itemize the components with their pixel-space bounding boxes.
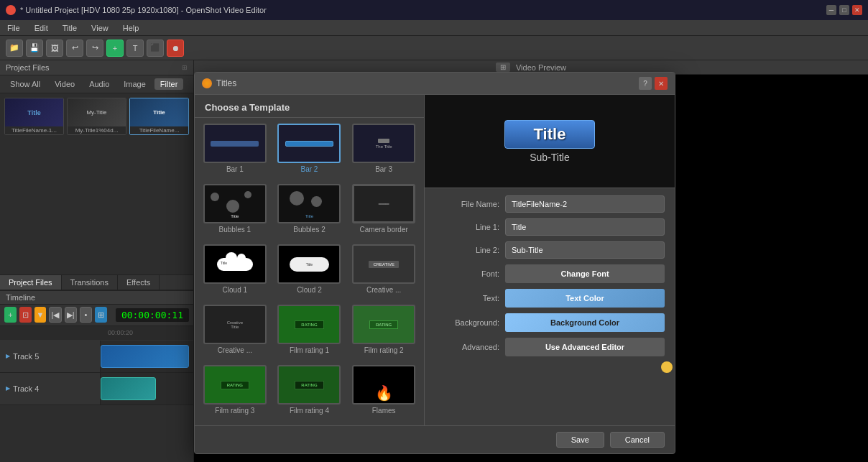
creative-text: CREATIVE [369,261,399,268]
template-thumbnail: Title [277,184,341,223]
track-content[interactable] [101,373,193,405]
file-name: TitleFileName... [130,126,188,134]
record-btn[interactable]: ⏺ [167,40,184,57]
video-preview-label: Video Preview [516,63,566,72]
tab-image[interactable]: Image [118,78,152,90]
bubble-shape [211,193,219,201]
maximize-btn[interactable]: □ [839,5,849,15]
save-btn[interactable]: 💾 [26,40,43,57]
tab-effects[interactable]: Effects [118,275,160,290]
next-btn[interactable]: ▶| [65,307,77,323]
cloud2-shape: Title [290,257,329,272]
template-item[interactable]: Bar 1 [200,124,269,178]
field-row-filename: File Name: [435,195,665,213]
dialog-title-area: Titles [202,78,236,88]
dialog-controls: ? ✕ [639,77,668,90]
snap-btn[interactable]: ⊡ [19,307,32,323]
list-item[interactable]: Title TitleFileName... [129,98,189,135]
black-btn[interactable]: ⬛ [147,40,164,57]
template-item[interactable]: The Title Bar 3 [349,124,418,178]
field-input-filename[interactable] [505,195,665,213]
track-content[interactable] [101,341,193,372]
preview-subtitle: Sub-Title [530,152,570,163]
template-name: Bubbles 1 [219,226,251,234]
save-button[interactable]: Save [556,432,604,448]
field-input-line2[interactable] [505,241,665,259]
menu-title[interactable]: Title [60,22,80,34]
bar-shape [285,141,333,147]
add-track-btn[interactable]: + [4,307,17,323]
template-item[interactable]: Title Cloud 1 [200,244,269,299]
menu-file[interactable]: File [4,22,23,34]
template-thumbnail: CREATIVE [352,244,415,284]
template-item[interactable]: ═══ Camera border [349,184,418,239]
template-item[interactable]: RATING Film rating 2 [349,305,418,359]
track-label: ▶ Track 5 [0,341,101,372]
field-row-background: Background: Background Color [435,313,665,332]
tab-transitions[interactable]: Transitions [62,275,118,290]
editor-fields: File Name: Line 1: Line 2: Font: Change … [425,188,675,425]
menu-view[interactable]: View [88,22,111,34]
cancel-button[interactable]: Cancel [610,432,665,448]
change-font-button[interactable]: Change Font [505,264,665,283]
list-item[interactable]: Title TitleFileName-1... [4,98,64,135]
film-rating4-shape: RATING [295,381,323,389]
template-item[interactable]: 🔥 Flames [349,365,418,420]
template-thumbnail: RATING [277,365,341,405]
tab-video[interactable]: Video [49,78,80,90]
tab-show-all[interactable]: Show All [4,78,46,90]
track-label: ▶ Track 4 [0,373,101,405]
tab-project-files[interactable]: Project Files [0,275,62,290]
template-item[interactable]: RATING Film rating 3 [200,365,269,420]
prev-btn[interactable]: |◀ [49,307,61,323]
template-item[interactable]: Title Cloud 2 [275,244,344,299]
template-thumbnail: ═══ [352,184,415,223]
title-btn[interactable]: T [126,40,144,57]
titles-dialog: Titles ? ✕ Choose a Template Bar 1 [194,72,675,454]
template-item[interactable]: Title Bubbles 2 [275,184,344,239]
menu-edit[interactable]: Edit [32,22,51,34]
dialog-close-btn[interactable]: ✕ [655,77,668,90]
template-item[interactable]: Title Bubbles 1 [200,184,269,239]
bar-shape [211,141,259,147]
field-row-font: Font: Change Font [435,264,665,283]
tab-audio[interactable]: Audio [83,78,115,90]
tab-filter[interactable]: Filter [154,78,183,90]
field-row-text: Text: Text Color [435,289,665,308]
template-item[interactable]: CREATIVE Creative ... [349,244,418,299]
bubble-shape [290,191,304,205]
close-btn[interactable]: ✕ [852,5,862,15]
template-item[interactable]: CreativeTitle Creative ... [200,305,269,359]
template-name: Flames [372,407,396,415]
undo-btn[interactable]: ↩ [66,40,83,57]
field-label-font: Font: [435,269,499,278]
timeline-ruler: 00:00:20 [0,326,193,341]
fullscreen-btn[interactable]: ⊞ [95,307,107,323]
track-clip[interactable] [101,345,189,368]
razor-btn[interactable]: ▼ [34,307,47,323]
template-item[interactable]: Bar 2 [275,124,344,178]
menu-help[interactable]: Help [120,22,142,34]
text-color-button[interactable]: Text Color [505,289,665,308]
background-color-button[interactable]: Background Color [505,313,665,332]
dialog-body: Choose a Template Bar 1 Bar 2 [195,95,675,425]
template-item[interactable]: RATING Film rating 1 [275,305,344,359]
dialog-footer: Save Cancel [195,425,675,453]
list-item[interactable]: My-Title My-Title1%04d... [67,98,126,135]
add-btn[interactable]: + [106,40,124,57]
track-clip[interactable] [101,377,156,400]
creative2-text: CreativeTitle [227,320,243,329]
dialog-help-btn[interactable]: ? [639,77,652,90]
open-btn[interactable]: 📁 [6,40,23,57]
redo-btn[interactable]: ↪ [86,40,103,57]
advanced-editor-button[interactable]: Use Advanced Editor [505,338,665,356]
bubble-shape [244,191,251,198]
cloud-shape: Title [217,258,253,271]
play-btn[interactable]: • [80,307,92,323]
import-btn[interactable]: 🖼 [46,40,63,57]
editor-panel: Title Sub-Title File Name: Line 1: Line … [425,95,675,425]
template-panel: Choose a Template Bar 1 Bar 2 [195,95,425,425]
field-input-line1[interactable] [505,218,665,236]
template-item[interactable]: RATING Film rating 4 [275,365,344,420]
minimize-btn[interactable]: ─ [826,5,836,15]
